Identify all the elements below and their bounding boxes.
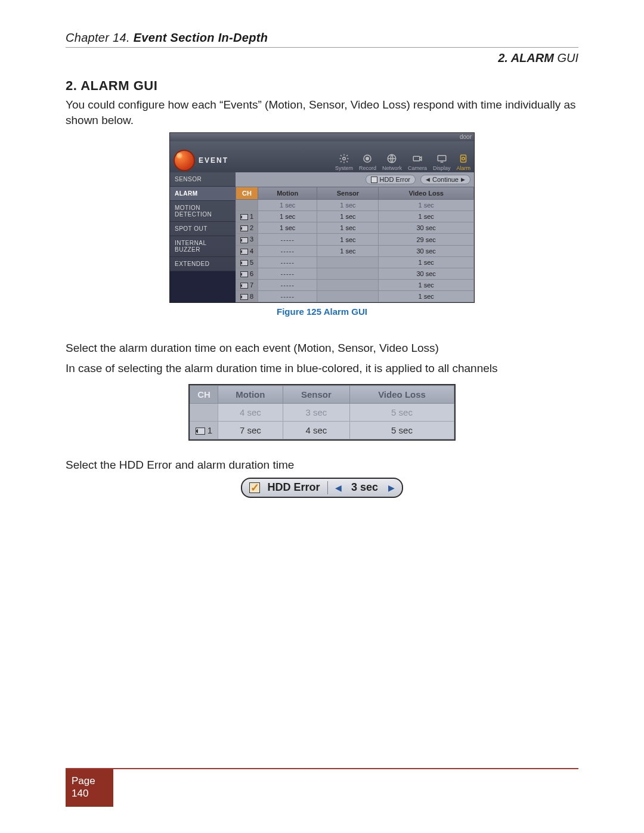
grid-cell[interactable]: 1 sec <box>317 234 379 245</box>
grid-cell[interactable]: ----- <box>258 268 317 279</box>
grid-row-all: 4 sec 3 sec 5 sec <box>190 404 454 422</box>
grid-cell[interactable]: 30 sec <box>379 222 474 234</box>
col-motion[interactable]: Motion <box>258 187 317 200</box>
grid-cell[interactable]: 1 sec <box>258 200 317 211</box>
grid-cell[interactable] <box>317 256 379 268</box>
nav-record[interactable]: Record <box>359 153 376 171</box>
nav-system[interactable]: System <box>335 153 353 171</box>
col-sensor[interactable]: Sensor <box>317 187 379 200</box>
grid-cell <box>236 200 258 211</box>
col-sensor[interactable]: Sensor <box>283 386 349 404</box>
event-logo-icon <box>174 150 195 171</box>
grid-cell[interactable]: 1 sec <box>317 200 379 211</box>
svg-rect-5 <box>438 156 446 161</box>
grid-cell-ch: 7 <box>236 279 258 290</box>
duration-example-screenshot: CH Motion Sensor Video Loss 4 sec 3 sec … <box>188 384 456 441</box>
grid-cell[interactable]: ----- <box>258 234 317 245</box>
ch-number: 1 <box>250 213 253 220</box>
col-videoloss[interactable]: Video Loss <box>379 187 474 200</box>
grid-cell[interactable]: 4 sec <box>283 422 349 439</box>
grid-row: 8 ----- 1 sec <box>236 290 474 302</box>
col-videoloss[interactable]: Video Loss <box>350 386 454 404</box>
sidebar-item-extended[interactable]: EXTENDED <box>170 257 236 271</box>
hdd-error-control[interactable]: HDD Error ◀ 3 sec ▶ <box>241 478 402 498</box>
grid-cell[interactable]: 1 sec <box>317 222 379 234</box>
sidebar-item-internal-buzzer[interactable]: INTERNAL BUZZER <box>170 236 236 257</box>
grid-cell-ch: 6 <box>236 268 258 279</box>
grid-cell[interactable]: 1 sec <box>317 211 379 222</box>
page-number: 140 <box>72 788 110 800</box>
grid-cell[interactable]: 7 sec <box>218 422 283 439</box>
alarm-main-panel: HDD Error ◀ Continue ▶ CH Motion Sensor … <box>236 172 474 302</box>
ch-number: 5 <box>250 259 253 266</box>
grid-row: 1 1 sec 1 sec 1 sec <box>236 211 474 222</box>
grid-cell[interactable]: 1 sec <box>379 256 474 268</box>
sidebar-item-sensor[interactable]: SENSOR <box>170 172 236 187</box>
body-paragraph: In case of selecting the alarm duration … <box>66 361 578 376</box>
grid-cell[interactable]: ----- <box>258 256 317 268</box>
grid-cell[interactable]: 5 sec <box>350 422 454 439</box>
grid-row-all: 1 sec 1 sec 1 sec <box>236 200 474 211</box>
grid-cell[interactable]: 1 sec <box>379 279 474 290</box>
col-ch[interactable]: CH <box>190 386 218 404</box>
duration-stepper[interactable]: ◀ 3 sec ▶ <box>335 481 395 494</box>
grid-row: 7 ----- 1 sec <box>236 279 474 290</box>
grid-cell[interactable]: 1 sec <box>379 290 474 302</box>
col-motion[interactable]: Motion <box>218 386 283 404</box>
grid-cell[interactable]: 1 sec <box>379 200 474 211</box>
camera-icon <box>412 153 423 164</box>
ch-number: 2 <box>250 224 253 231</box>
record-icon <box>362 153 373 164</box>
sidebar-item-alarm[interactable]: ALARM <box>170 187 236 201</box>
chevron-left-icon: ◀ <box>426 176 430 182</box>
nav-alarm[interactable]: Alarm <box>456 153 470 171</box>
sidebar-item-spot-out[interactable]: SPOT OUT <box>170 222 236 236</box>
grid-cell[interactable]: 30 sec <box>379 245 474 256</box>
nav-network[interactable]: Network <box>382 153 402 171</box>
header-right-light: GUI <box>554 51 578 64</box>
chevron-left-icon[interactable]: ◀ <box>335 483 342 493</box>
nav-camera[interactable]: Camera <box>408 153 427 171</box>
hdd-error-screenshot: HDD Error ◀ 3 sec ▶ <box>66 478 578 498</box>
grid-cell[interactable]: ----- <box>258 245 317 256</box>
col-ch[interactable]: CH <box>236 187 258 200</box>
grid-cell[interactable]: 1 sec <box>379 211 474 222</box>
sidebar-item-motion-detection[interactable]: MOTION DETECTION <box>170 201 236 222</box>
window-note: door <box>460 134 472 140</box>
grid-cell-ch: 1 <box>190 422 218 439</box>
grid-cell-ch: 8 <box>236 290 258 302</box>
nav-display[interactable]: Display <box>433 153 451 171</box>
grid-cell[interactable]: ----- <box>258 290 317 302</box>
grid-cell[interactable] <box>317 279 379 290</box>
continue-label: Continue <box>432 176 459 183</box>
display-icon <box>436 153 447 164</box>
grid-cell[interactable]: 3 sec <box>283 404 349 422</box>
event-badge: EVENT <box>174 150 228 171</box>
continue-stepper[interactable]: ◀ Continue ▶ <box>420 175 470 184</box>
grid-cell[interactable]: 1 sec <box>317 245 379 256</box>
grid-cell-ch: 5 <box>236 256 258 268</box>
manual-page: Chapter 14. Event Section In-Depth 2. AL… <box>0 0 644 833</box>
chevron-right-icon: ▶ <box>461 176 465 182</box>
grid-row: 1 7 sec 4 sec 5 sec <box>190 422 454 439</box>
checkbox-checked-icon[interactable] <box>249 482 260 493</box>
chevron-right-icon[interactable]: ▶ <box>388 483 395 493</box>
ch-number: 7 <box>250 281 253 289</box>
camera-row-icon <box>240 225 248 231</box>
alarm-grid: CH Motion Sensor Video Loss 1 sec 1 sec … <box>236 187 474 302</box>
grid-cell[interactable]: 5 sec <box>350 404 454 422</box>
duration-value: 3 sec <box>350 481 380 494</box>
grid-row: 6 ----- 30 sec <box>236 268 474 279</box>
hdd-error-label: HDD Error <box>267 481 320 494</box>
grid-cell[interactable]: 1 sec <box>258 211 317 222</box>
grid-cell[interactable]: 29 sec <box>379 234 474 245</box>
grid-cell[interactable]: 4 sec <box>218 404 283 422</box>
grid-cell[interactable]: 1 sec <box>258 222 317 234</box>
grid-cell[interactable]: 30 sec <box>379 268 474 279</box>
grid-cell[interactable] <box>317 268 379 279</box>
duration-grid: CH Motion Sensor Video Loss 4 sec 3 sec … <box>190 385 454 439</box>
camera-row-icon <box>240 260 248 266</box>
hdd-error-toggle[interactable]: HDD Error <box>366 175 416 184</box>
grid-cell[interactable] <box>317 290 379 302</box>
grid-cell[interactable]: ----- <box>258 279 317 290</box>
